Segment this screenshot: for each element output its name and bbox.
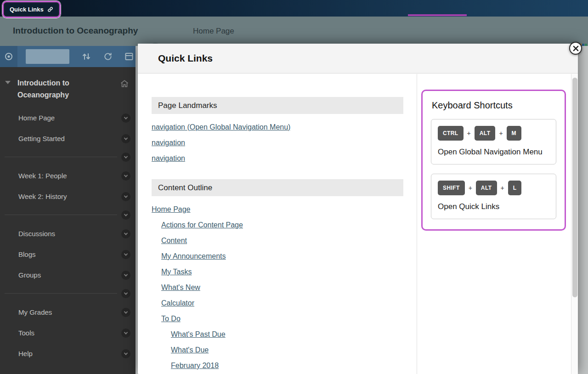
keycap: ALT	[476, 181, 497, 195]
plus-separator: +	[501, 184, 504, 192]
keyboard-shortcuts-box: Keyboard Shortcuts CTRL + ALT + M Open G…	[421, 90, 566, 231]
outline-link[interactable]: What's Past Due	[171, 330, 226, 338]
outline-item: My Tasks	[152, 264, 403, 280]
keycap: M	[507, 126, 521, 141]
shortcut-keys: CTRL + ALT + M	[438, 126, 549, 141]
shortcuts-column: Keyboard Shortcuts CTRL + ALT + M Open G…	[417, 74, 571, 374]
outline-link[interactable]: To Do	[161, 315, 181, 323]
page-landmarks-list: navigation (Open Global Navigation Menu)…	[152, 119, 403, 166]
outline-item: Calculator	[152, 295, 403, 311]
shortcut-description: Open Global Navigation Menu	[438, 146, 549, 158]
quick-links-label: Quick Links	[10, 6, 44, 13]
shortcut-card: CTRL + ALT + M Open Global Navigation Me…	[431, 119, 556, 164]
plus-separator: +	[499, 130, 503, 137]
blackboard-page: Quick Links Introduction to Oceanography…	[0, 0, 588, 374]
link-icon	[47, 6, 53, 12]
page-landmarks-heading: Page Landmarks	[152, 97, 403, 114]
landmark-link[interactable]: navigation	[152, 154, 185, 162]
dialog-close-button[interactable]	[569, 42, 582, 55]
outline-link[interactable]: What's New	[161, 283, 200, 291]
outline-item: To Do	[152, 311, 403, 327]
outline-link[interactable]: Calculator	[161, 299, 194, 307]
shortcut-keys: SHIFT + ALT + L	[438, 181, 549, 195]
plus-separator: +	[467, 130, 471, 137]
landmark-item: navigation (Open Global Navigation Menu)	[152, 119, 403, 135]
close-icon	[573, 45, 579, 51]
landmarks-column: Page Landmarks navigation (Open Global N…	[152, 74, 403, 374]
outline-link[interactable]: Home Page	[152, 205, 191, 213]
shortcut-description: Open Quick Links	[438, 201, 549, 212]
quick-links-highlight: Quick Links	[2, 1, 61, 18]
shortcut-card: SHIFT + ALT + L Open Quick Links	[431, 174, 556, 219]
outline-item: What's New	[152, 280, 403, 295]
outline-item: Home Page	[152, 202, 403, 217]
keyboard-shortcuts-heading: Keyboard Shortcuts	[432, 100, 556, 111]
dialog-title: Quick Links	[158, 53, 213, 64]
scrollbar-thumb[interactable]	[572, 78, 577, 297]
keycap: L	[508, 181, 522, 195]
outline-link[interactable]: Actions for Content Page	[161, 221, 243, 229]
plus-separator: +	[469, 184, 472, 192]
keycap: SHIFT	[438, 181, 465, 195]
outline-item: My Announcements	[152, 249, 403, 264]
landmark-link[interactable]: navigation	[152, 139, 185, 147]
outline-link[interactable]: What's Due	[171, 346, 209, 354]
outline-link[interactable]: My Tasks	[161, 268, 192, 276]
landmark-item: navigation	[152, 151, 403, 166]
outline-item: February 2018	[152, 358, 403, 374]
outline-item: Actions for Content Page	[152, 217, 403, 233]
outline-item: What's Past Due	[152, 327, 403, 342]
outline-item: What's Due	[152, 342, 403, 358]
outline-link[interactable]: My Announcements	[161, 252, 226, 260]
content-outline-heading: Content Outline	[152, 179, 403, 196]
dialog-body: Page Landmarks navigation (Open Global N…	[138, 74, 578, 374]
quick-links-button[interactable]: Quick Links	[5, 3, 58, 16]
content-outline-list: Home Page Actions for Content Page Conte…	[152, 202, 403, 374]
dialog-scrollbar[interactable]	[571, 74, 578, 374]
outline-link[interactable]: February 2018	[171, 362, 219, 369]
landmark-item: navigation	[152, 135, 403, 151]
quick-links-dialog: Quick Links Page Landmarks navigation (O…	[138, 44, 578, 374]
dialog-header: Quick Links	[138, 44, 578, 74]
keycap: ALT	[475, 126, 496, 141]
outline-link[interactable]: Content	[161, 237, 187, 244]
keycap: CTRL	[438, 126, 464, 141]
landmark-link[interactable]: navigation (Open Global Navigation Menu)	[152, 123, 290, 131]
outline-item: Content	[152, 233, 403, 249]
